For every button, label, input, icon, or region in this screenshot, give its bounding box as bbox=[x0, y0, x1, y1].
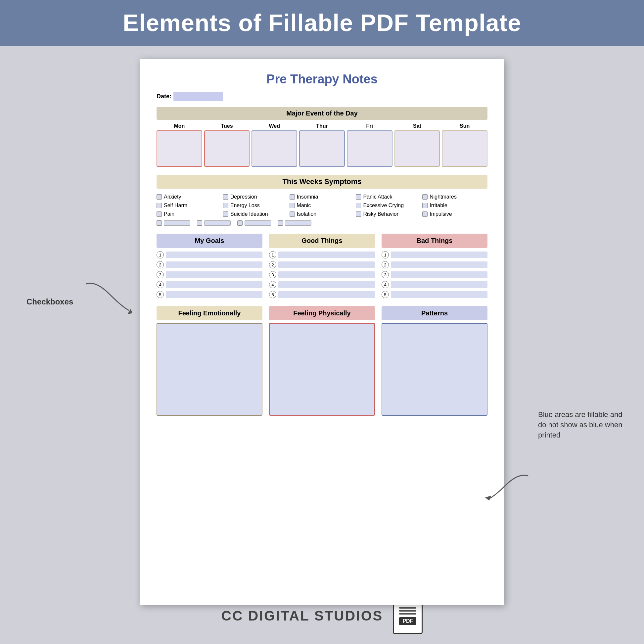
bad-field-4[interactable] bbox=[391, 281, 487, 288]
good-field-3[interactable] bbox=[278, 271, 375, 278]
symptom-label-impulsive: Impulsive bbox=[430, 211, 452, 217]
day-box-tues[interactable] bbox=[204, 130, 250, 167]
symptom-label-anxiety: Anxiety bbox=[164, 194, 181, 200]
checkbox-impulsive[interactable] bbox=[422, 211, 428, 217]
good-num-1: 1 bbox=[269, 251, 276, 258]
pdf-badge: PDF bbox=[399, 617, 416, 625]
checkbox-irritable[interactable] bbox=[422, 203, 428, 208]
extra-checkbox-4[interactable] bbox=[278, 220, 283, 226]
bad-num-5: 5 bbox=[382, 291, 389, 298]
feeling-physically-section: Feeling Physically bbox=[269, 306, 375, 416]
goals-field-2[interactable] bbox=[166, 261, 262, 268]
symptom-label-pain: Pain bbox=[164, 211, 174, 217]
bad-row-3: 3 bbox=[382, 271, 487, 278]
day-box-fri[interactable] bbox=[347, 130, 392, 167]
good-field-4[interactable] bbox=[278, 281, 375, 288]
symptom-self-harm: Self Harm bbox=[157, 203, 222, 208]
good-row-2: 2 bbox=[269, 261, 375, 268]
good-field-2[interactable] bbox=[278, 261, 375, 268]
symptom-insomnia: Insomnia bbox=[290, 194, 355, 200]
extra-checkbox-1[interactable] bbox=[157, 220, 162, 226]
symptom-anxiety: Anxiety bbox=[157, 194, 222, 200]
bad-things-section: Bad Things 1 2 3 4 bbox=[382, 234, 487, 298]
pdf-line-2 bbox=[399, 610, 416, 612]
bad-field-3[interactable] bbox=[391, 271, 487, 278]
good-things-section: Good Things 1 2 3 4 bbox=[269, 234, 375, 298]
goals-field-4[interactable] bbox=[166, 281, 262, 288]
checkbox-self-harm[interactable] bbox=[157, 203, 162, 208]
goals-field-5[interactable] bbox=[166, 291, 262, 298]
feeling-emotionally-box[interactable] bbox=[157, 323, 262, 416]
day-sun: Sun bbox=[442, 123, 487, 167]
bad-row-5: 5 bbox=[382, 291, 487, 298]
symptom-label-isolation: Isolation bbox=[297, 211, 317, 217]
extra-checkbox-2[interactable] bbox=[197, 220, 202, 226]
goals-num-4: 4 bbox=[157, 281, 164, 288]
checkboxes-label: Checkboxes bbox=[26, 297, 73, 306]
symptom-label-risky-behavior: Risky Behavior bbox=[363, 211, 398, 217]
patterns-box[interactable] bbox=[382, 323, 487, 416]
day-box-thur[interactable] bbox=[299, 130, 345, 167]
day-fri: Fri bbox=[347, 123, 392, 167]
good-field-5[interactable] bbox=[278, 291, 375, 298]
checkbox-isolation[interactable] bbox=[290, 211, 295, 217]
goals-num-1: 1 bbox=[157, 251, 164, 258]
goals-field-1[interactable] bbox=[166, 252, 262, 258]
day-tues: Tues bbox=[204, 123, 250, 167]
extra-cb-field-1[interactable] bbox=[164, 220, 190, 226]
checkbox-suicide-ideation[interactable] bbox=[223, 211, 228, 217]
day-label-sat: Sat bbox=[413, 123, 421, 129]
extra-checkbox-3[interactable] bbox=[237, 220, 243, 226]
day-box-sun[interactable] bbox=[442, 130, 487, 167]
checkbox-energy-loss[interactable] bbox=[223, 203, 228, 208]
feeling-emotionally-header: Feeling Emotionally bbox=[157, 306, 262, 320]
extra-cb-field-2[interactable] bbox=[204, 220, 231, 226]
symptom-label-excessive-crying: Excessive Crying bbox=[363, 203, 404, 208]
date-input[interactable] bbox=[173, 92, 223, 101]
good-num-5: 5 bbox=[269, 291, 276, 298]
checkbox-insomnia[interactable] bbox=[290, 194, 295, 200]
my-goals-rows: 1 2 3 4 5 bbox=[157, 251, 262, 298]
checkbox-pain[interactable] bbox=[157, 211, 162, 217]
bad-field-2[interactable] bbox=[391, 261, 487, 268]
feeling-physically-header: Feeling Physically bbox=[269, 306, 375, 320]
pdf-icon-lines bbox=[399, 607, 416, 615]
good-things-rows: 1 2 3 4 5 bbox=[269, 251, 375, 298]
feeling-emotionally-section: Feeling Emotionally bbox=[157, 306, 262, 416]
bad-field-1[interactable] bbox=[391, 252, 487, 258]
checkbox-risky-behavior[interactable] bbox=[356, 211, 361, 217]
good-num-2: 2 bbox=[269, 261, 276, 268]
checkbox-nightmares[interactable] bbox=[422, 194, 428, 200]
symptom-energy-loss: Energy Loss bbox=[223, 203, 288, 208]
fillable-note: Blue areas are fillable and do not show … bbox=[538, 410, 622, 439]
day-mon: Mon bbox=[157, 123, 202, 167]
symptom-label-self-harm: Self Harm bbox=[164, 203, 187, 208]
extra-cb-2 bbox=[197, 220, 231, 226]
goals-field-3[interactable] bbox=[166, 271, 262, 278]
goals-row-1: 1 bbox=[157, 251, 262, 258]
day-box-sat[interactable] bbox=[394, 130, 440, 167]
bad-field-5[interactable] bbox=[391, 291, 487, 298]
day-label-fri: Fri bbox=[366, 123, 373, 129]
symptom-excessive-crying: Excessive Crying bbox=[356, 203, 421, 208]
goals-row-5: 5 bbox=[157, 291, 262, 298]
day-box-wed[interactable] bbox=[252, 130, 297, 167]
extra-cb-field-3[interactable] bbox=[245, 220, 271, 226]
good-things-header: Good Things bbox=[269, 234, 375, 248]
symptom-risky-behavior: Risky Behavior bbox=[356, 211, 421, 217]
checkbox-depression[interactable] bbox=[223, 194, 228, 200]
symptom-label-irritable: Irritable bbox=[430, 203, 447, 208]
day-label-thur: Thur bbox=[316, 123, 328, 129]
checkbox-anxiety[interactable] bbox=[157, 194, 162, 200]
checkbox-excessive-crying[interactable] bbox=[356, 203, 361, 208]
checkbox-manic[interactable] bbox=[290, 203, 295, 208]
extra-cb-3 bbox=[237, 220, 271, 226]
good-field-1[interactable] bbox=[278, 252, 375, 258]
checkbox-panic-attack[interactable] bbox=[356, 194, 361, 200]
extra-cb-field-4[interactable] bbox=[285, 220, 311, 226]
bad-num-4: 4 bbox=[382, 281, 389, 288]
good-num-3: 3 bbox=[269, 271, 276, 278]
day-label-tues: Tues bbox=[221, 123, 233, 129]
day-box-mon[interactable] bbox=[157, 130, 202, 167]
feeling-physically-box[interactable] bbox=[269, 323, 375, 416]
